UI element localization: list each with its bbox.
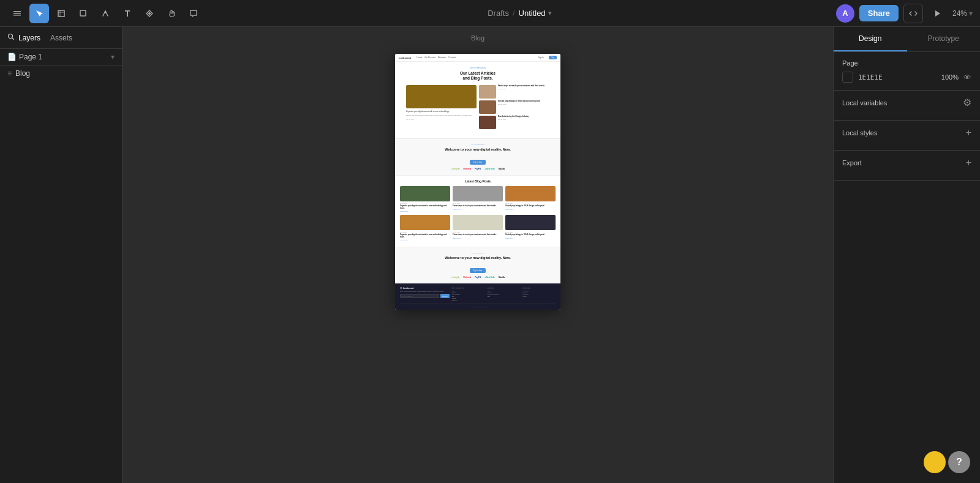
right-panel-tabs: Design Prototype bbox=[834, 27, 980, 52]
logo-mozilla: Mozilla bbox=[499, 168, 505, 170]
footer-col-3: Resources Community Privacy Help Docs Cr… bbox=[522, 287, 556, 301]
canvas-area[interactable]: Blog Lookscout HomeNo PresetsWoznissCont… bbox=[123, 27, 833, 483]
hand-tool-button[interactable] bbox=[162, 4, 181, 23]
page-opacity-value[interactable]: 100% bbox=[941, 73, 959, 81]
breadcrumb-file[interactable]: Untitled ▾ bbox=[519, 9, 552, 18]
page-color-swatch[interactable] bbox=[842, 72, 853, 83]
article-thumb-2 bbox=[479, 100, 496, 114]
cta-button-1: Try for free bbox=[470, 160, 486, 165]
page-selector[interactable]: 📄 Page 1 ▾ bbox=[0, 49, 122, 66]
footer-subscribe-button[interactable]: Subscribe bbox=[440, 294, 450, 298]
blog-img-2 bbox=[453, 186, 503, 201]
footer-email-input[interactable]: Your email address bbox=[400, 294, 439, 298]
blog-card-1: 28 Apr 2022 Organize your digital assets… bbox=[400, 186, 450, 212]
right-panel: Design Prototype Page 1E1E1E 100% 👁 Loca… bbox=[833, 27, 980, 483]
search-icon bbox=[7, 33, 15, 42]
blog-link-2: Learn More → bbox=[453, 209, 503, 211]
article-row-2: Gestalt psychology in UI/UX design and b… bbox=[479, 100, 549, 114]
site-nav-links: HomeNo PresetsWoznissContact bbox=[417, 56, 535, 59]
site-nav-signin: Sign In bbox=[538, 56, 544, 59]
article-main-title: Organize your digital assets with a new … bbox=[406, 110, 477, 113]
export-title: Export bbox=[842, 159, 862, 167]
code-button[interactable] bbox=[903, 4, 923, 23]
site-blog-section: Latest Blog Posts 28 Apr 2022 Organize y… bbox=[395, 176, 560, 247]
eye-icon[interactable]: 👁 bbox=[963, 73, 971, 82]
svg-point-7 bbox=[105, 11, 107, 13]
sidebar-tab-layers[interactable]: Layers bbox=[7, 32, 40, 43]
local-styles-header[interactable]: Local styles + bbox=[842, 128, 971, 138]
chevron-icon: ▾ bbox=[111, 53, 115, 61]
site-hero-tag: Our 700 Resources bbox=[401, 67, 554, 69]
blog-card-5: 28 Apr 2022 Faster ways to reach your cu… bbox=[453, 215, 503, 241]
site-nav: Lookscout HomeNo PresetsWoznissContact S… bbox=[395, 54, 560, 62]
footer-col-2-title: Company bbox=[487, 287, 520, 289]
main-area: Layers Assets 📄 Page 1 ▾ ≡ Blog Blog Loo… bbox=[0, 27, 980, 483]
blog-link-5: Learn More → bbox=[453, 238, 503, 239]
local-variables-action-icon[interactable]: ⚙ bbox=[963, 98, 971, 108]
breadcrumb-drafts[interactable]: Drafts bbox=[488, 9, 509, 18]
svg-rect-2 bbox=[13, 15, 21, 16]
page-section-title: Page bbox=[842, 59, 858, 67]
move-tool-button[interactable] bbox=[29, 4, 49, 23]
page-section: Page 1E1E1E 100% 👁 bbox=[834, 52, 980, 91]
blog-img-5 bbox=[453, 215, 503, 230]
breadcrumb: Drafts / Untitled ▾ bbox=[208, 9, 831, 18]
blog-title-1: Organize your digital assets with a new … bbox=[400, 205, 450, 209]
component-tool-button[interactable] bbox=[140, 4, 159, 23]
yellow-dot-indicator[interactable] bbox=[924, 451, 946, 473]
pen-tool-button[interactable] bbox=[96, 4, 115, 23]
menu-button[interactable] bbox=[7, 4, 27, 23]
frame-label: Blog bbox=[471, 34, 484, 42]
frame-tool-button[interactable] bbox=[51, 4, 71, 23]
tab-design[interactable]: Design bbox=[834, 27, 907, 51]
add-export-icon[interactable]: + bbox=[966, 158, 971, 168]
site-logo: Lookscout bbox=[399, 56, 411, 59]
cta-tag-1: Our 700 Resources bbox=[401, 144, 554, 146]
add-style-icon[interactable]: + bbox=[966, 128, 971, 138]
page-section-header: Page bbox=[842, 59, 971, 67]
blog-date-1: 28 Apr 2022 bbox=[400, 203, 450, 204]
footer-grid: ⬡ Lookscout Boost your web presence with… bbox=[400, 287, 556, 301]
footer-col-brand: ⬡ Lookscout Boost your web presence with… bbox=[400, 287, 450, 301]
blog-img-3 bbox=[505, 186, 556, 201]
left-sidebar: Layers Assets 📄 Page 1 ▾ ≡ Blog bbox=[0, 27, 123, 483]
cta-button-2: Try for free bbox=[470, 268, 486, 273]
logo-pinterest: Pinterest bbox=[463, 168, 471, 170]
logos-row-2: ⬡ shopify Pinterest PayPal ● New Relic M… bbox=[401, 276, 554, 279]
blog-date-3: 28 Apr 2022 bbox=[505, 203, 556, 204]
top-toolbar: T Drafts / Untitled ▾ A bbox=[0, 0, 980, 27]
blog-link-6: Learn More → bbox=[505, 238, 556, 239]
play-button[interactable] bbox=[928, 4, 948, 23]
article-row-1: Faster ways to reach your customers and … bbox=[479, 85, 549, 99]
shape-tool-button[interactable] bbox=[74, 4, 93, 23]
blog-card-2: 28 Apr 2022 Faster ways to reach your cu… bbox=[453, 186, 503, 212]
export-header[interactable]: Export + bbox=[842, 158, 971, 168]
logo-newrelic-2: ● New Relic bbox=[484, 276, 495, 279]
comment-tool-button[interactable] bbox=[184, 4, 203, 23]
blog-grid-bottom: 28 Apr 2022 Organize your digital assets… bbox=[400, 215, 556, 241]
page-color-value[interactable]: 1E1E1E bbox=[858, 73, 883, 81]
avatar[interactable]: A bbox=[836, 4, 854, 23]
tab-prototype[interactable]: Prototype bbox=[907, 27, 981, 51]
local-variables-header[interactable]: Local variables ⚙ bbox=[842, 98, 971, 108]
site-cta-section-2: Our 700 Resources Welcome to your new di… bbox=[395, 247, 560, 283]
site-cta-section-1: Our 700 Resources Welcome to your new di… bbox=[395, 138, 560, 176]
export-section: Export + bbox=[834, 151, 980, 181]
cta-title-2: Welcome to your new digital reality. Now… bbox=[401, 256, 554, 260]
site-article-left: Organize your digital assets with a new … bbox=[406, 85, 477, 129]
help-button[interactable]: ? bbox=[948, 451, 970, 473]
cta-tag-2: Our 700 Resources bbox=[401, 252, 554, 254]
svg-rect-1 bbox=[13, 13, 21, 14]
blog-title-6: Gestalt psychology in UI/UX design and b… bbox=[505, 234, 556, 236]
layer-item-blog[interactable]: ≡ Blog bbox=[0, 66, 122, 81]
chevron-down-icon: ▾ bbox=[969, 9, 973, 18]
sidebar-tab-assets[interactable]: Assets bbox=[50, 32, 72, 43]
svg-rect-6 bbox=[80, 10, 86, 16]
share-button[interactable]: Share bbox=[859, 5, 899, 21]
text-tool-button[interactable]: T bbox=[118, 4, 137, 23]
blog-title-4: Organize your digital assets with a new … bbox=[400, 234, 450, 238]
zoom-control[interactable]: 24% ▾ bbox=[952, 9, 973, 18]
logo-paypal: PayPal bbox=[475, 168, 481, 170]
footer-desc: Boost your web presence with AI-powered … bbox=[400, 291, 450, 293]
svg-rect-0 bbox=[13, 11, 21, 12]
